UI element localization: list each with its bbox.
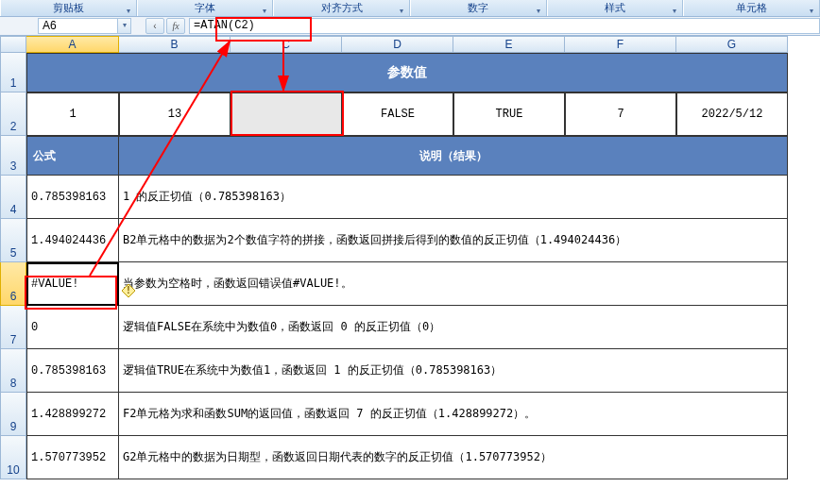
cell-B9-merged[interactable]: F2单元格为求和函数SUM的返回值，函数返回 7 的反正切值（1.4288992… [119, 393, 788, 436]
col-header-D[interactable]: D [342, 36, 453, 53]
cell-D2[interactable]: FALSE [342, 92, 453, 136]
cell-C2[interactable] [231, 92, 342, 136]
cell-A8[interactable]: 0.785398163 [26, 349, 119, 393]
col-header-B[interactable]: B [119, 36, 231, 53]
cell-B10-merged[interactable]: G2单元格中的数据为日期型，函数返回日期代表的数字的反正切值（1.5707739… [119, 436, 788, 479]
cell-G2[interactable]: 2022/5/12 [676, 92, 788, 136]
row-9: 9 1.428899272 F2单元格为求和函数SUM的返回值，函数返回 7 的… [0, 393, 820, 436]
ribbon-tab-styles[interactable]: 样式▾ [547, 0, 684, 16]
ribbon-tab-label: 字体 [195, 2, 215, 13]
row-header-4[interactable]: 4 [0, 176, 26, 219]
row-5: 5 1.494024436 B2单元格中的数据为2个数值字符的拼接，函数返回拼接… [0, 219, 820, 262]
row-header-3[interactable]: 3 [0, 136, 26, 176]
ribbon-tab-alignment[interactable]: 对齐方式▾ [273, 0, 410, 16]
ribbon-tab-label: 样式 [605, 2, 625, 13]
row-8: 8 0.785398163 逻辑值TRUE在系统中为数值1，函数返回 1 的反正… [0, 349, 820, 393]
svg-text:!: ! [127, 285, 129, 295]
cell-A3[interactable]: 公式 [26, 136, 119, 176]
cell-A7[interactable]: 0 [26, 306, 119, 349]
row-4: 4 0.785398163 1 的反正切值（0.785398163） [0, 176, 820, 219]
row-3: 3 公式 说明（结果） [0, 136, 820, 176]
row-header-10[interactable]: 10 [0, 436, 26, 479]
dropdown-icon: ▾ [127, 4, 130, 19]
select-all-corner[interactable] [0, 36, 26, 53]
row-header-2[interactable]: 2 [0, 92, 26, 136]
cell-F2[interactable]: 7 [565, 92, 676, 136]
ribbon-tab-label: 剪贴板 [53, 2, 84, 13]
col-header-F[interactable]: F [565, 36, 676, 53]
ribbon-tab-clipboard[interactable]: 剪贴板▾ [0, 0, 137, 16]
col-header-C[interactable]: C [231, 36, 342, 53]
ribbon-tab-number[interactable]: 数字▾ [410, 0, 547, 16]
column-headers: A B C D E F G [0, 36, 820, 53]
ribbon-tab-label: 对齐方式 [321, 2, 363, 13]
dropdown-icon: ▾ [810, 4, 813, 19]
cell-A2[interactable]: 1 [26, 92, 119, 136]
row-header-5[interactable]: 5 [0, 219, 26, 262]
cell-A10[interactable]: 1.570773952 [26, 436, 119, 479]
row-header-7[interactable]: 7 [0, 306, 26, 349]
cell-B4-merged[interactable]: 1 的反正切值（0.785398163） [119, 176, 788, 219]
cell-title[interactable]: 参数值 [26, 53, 788, 92]
cell-B5-merged[interactable]: B2单元格中的数据为2个数值字符的拼接，函数返回拼接后得到的数值的反正切值（1.… [119, 219, 788, 262]
row-7: 7 0 逻辑值FALSE在系统中为数值0，函数返回 0 的反正切值（0） [0, 306, 820, 349]
dropdown-icon: ▾ [263, 4, 266, 19]
dropdown-icon: ▾ [400, 4, 403, 19]
dropdown-icon: ▾ [537, 4, 540, 19]
ribbon-tab-label: 数字 [468, 2, 488, 13]
cell-B8-merged[interactable]: 逻辑值TRUE在系统中为数值1，函数返回 1 的反正切值（0.785398163… [119, 349, 788, 393]
row-header-1[interactable]: 1 [0, 53, 26, 92]
name-box-dropdown[interactable]: ▾ [118, 18, 131, 34]
row-header-6[interactable]: 6 [0, 262, 26, 306]
row-header-8[interactable]: 8 [0, 349, 26, 393]
cell-E2[interactable]: TRUE [453, 92, 565, 136]
cell-A4[interactable]: 0.785398163 [26, 176, 119, 219]
error-warning-icon[interactable]: ! [121, 283, 136, 298]
cell-B6-merged[interactable]: 当参数为空格时，函数返回错误值#VALUE!。 [119, 262, 788, 306]
row-2: 2 1 13 FALSE TRUE 7 2022/5/12 [0, 92, 820, 136]
cell-A9[interactable]: 1.428899272 [26, 393, 119, 436]
name-box[interactable]: A6 [38, 18, 118, 34]
ribbon-tab-label: 单元格 [736, 2, 767, 13]
formula-bar: A6 ▾ ‹ fx =ATAN(C2) [0, 17, 820, 36]
cell-B7-merged[interactable]: 逻辑值FALSE在系统中为数值0，函数返回 0 的反正切值（0） [119, 306, 788, 349]
cell-A6[interactable]: #VALUE! [26, 262, 119, 306]
cell-A5[interactable]: 1.494024436 [26, 219, 119, 262]
row-header-9[interactable]: 9 [0, 393, 26, 436]
col-header-A[interactable]: A [26, 36, 119, 53]
row-10: 10 1.570773952 G2单元格中的数据为日期型，函数返回日期代表的数字… [0, 436, 820, 479]
formula-expand-button[interactable]: ‹ [145, 18, 164, 34]
ribbon-tab-font[interactable]: 字体▾ [137, 0, 274, 16]
col-header-E[interactable]: E [453, 36, 565, 53]
formula-input[interactable]: =ATAN(C2) [189, 18, 820, 34]
ribbon: 剪贴板▾ 字体▾ 对齐方式▾ 数字▾ 样式▾ 单元格▾ [0, 0, 820, 17]
col-header-G[interactable]: G [676, 36, 788, 53]
cell-B3-merged[interactable]: 说明（结果） [119, 136, 788, 176]
dropdown-icon: ▾ [673, 4, 676, 19]
fx-icon[interactable]: fx [166, 18, 185, 34]
spreadsheet-grid: A B C D E F G 1 参数值 2 1 13 FALSE TRUE 7 … [0, 36, 820, 479]
ribbon-tab-cells[interactable]: 单元格▾ [683, 0, 820, 16]
cell-B2[interactable]: 13 [119, 92, 231, 136]
row-1: 1 参数值 [0, 53, 820, 92]
